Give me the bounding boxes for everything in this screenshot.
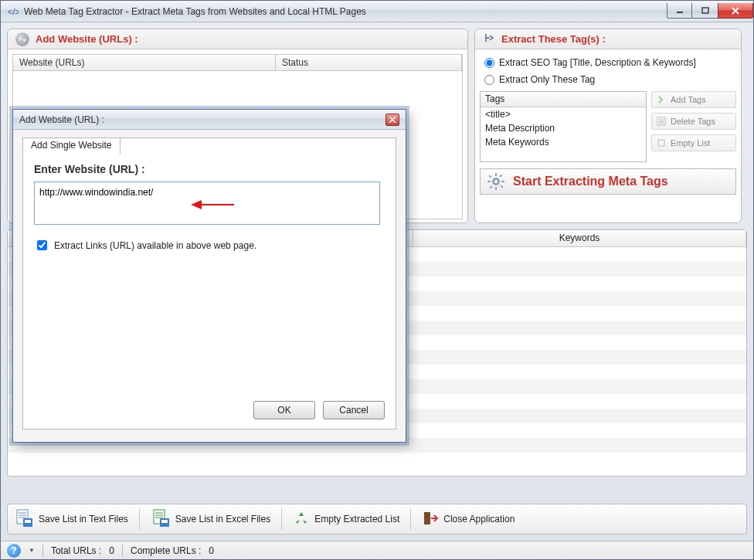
titlebar: </> Web Meta Tag Extractor - Extract Met… — [1, 1, 753, 22]
radio-only-tag[interactable]: Extract Only These Tag — [480, 71, 736, 88]
add-tags-button[interactable]: Add Tags — [651, 91, 736, 108]
link-icon — [15, 32, 29, 46]
save-excel-icon — [151, 508, 171, 531]
empty-extracted-button[interactable]: Empty Extracted List — [293, 510, 399, 529]
close-app-label: Close Application — [443, 514, 515, 524]
save-text-label: Save List in Text Files — [39, 514, 128, 524]
results-col-keywords[interactable]: Keywords — [413, 230, 746, 246]
status-total-label: Total URLs : — [51, 545, 101, 556]
enter-url-label: Enter Website (URL) : — [34, 163, 385, 175]
window-title: Web Meta Tag Extractor - Extract Meta Ta… — [24, 6, 366, 17]
maximize-button[interactable] — [692, 3, 718, 19]
empty-list-button[interactable]: Empty List — [651, 134, 736, 151]
dialog-close-button[interactable] — [385, 114, 399, 126]
dialog-titlebar[interactable]: Add Website (URL) : — [13, 110, 406, 130]
svg-rect-17 — [25, 520, 31, 523]
svg-rect-12 — [500, 185, 503, 188]
ok-button[interactable]: OK — [253, 401, 315, 419]
start-extracting-button[interactable]: Start Extracting Meta Tags — [480, 168, 736, 195]
extract-links-checkbox[interactable]: Extract Links (URL) available in above w… — [34, 238, 385, 253]
status-bar: ? ▼ Total URLs : 0 Complete URLs : 0 — [1, 541, 753, 559]
add-icon — [657, 95, 666, 104]
empty-list-label: Empty List — [671, 138, 710, 148]
tab-add-single-website[interactable]: Add Single Website — [22, 137, 121, 154]
delete-icon — [657, 117, 666, 126]
svg-rect-11 — [488, 175, 491, 178]
panel-extract-tags: Extract These Tag(s) : Extract SEO Tag [… — [474, 29, 742, 223]
panel-add-urls-title: Add Website (URLs) : — [36, 33, 138, 45]
delete-tags-button[interactable]: Delete Tags — [651, 113, 736, 130]
tags-list[interactable]: Tags <title> Meta Description Meta Keywo… — [480, 91, 647, 162]
status-total-value: 0 — [109, 545, 114, 556]
add-website-dialog: Add Website (URL) : Add Single Website E… — [12, 109, 406, 443]
start-extracting-label: Start Extracting Meta Tags — [513, 175, 668, 188]
extract-links-label: Extract Links (URL) available in above w… — [54, 240, 256, 251]
status-complete-value: 0 — [209, 545, 214, 556]
radio-seo-tag-input[interactable] — [484, 58, 494, 68]
save-text-button[interactable]: Save List in Text Files — [14, 508, 128, 531]
svg-rect-8 — [495, 187, 497, 190]
dialog-title: Add Website (URL) : — [19, 114, 104, 125]
url-input[interactable] — [34, 182, 380, 225]
minimize-button[interactable] — [667, 3, 692, 19]
close-app-button[interactable]: Close Application — [422, 510, 515, 529]
svg-point-6 — [494, 180, 498, 183]
gear-icon — [487, 172, 505, 191]
radio-only-tag-input[interactable] — [484, 75, 494, 85]
save-text-icon — [14, 508, 34, 531]
svg-text:</>: </> — [8, 7, 19, 16]
exit-icon — [422, 510, 439, 529]
col-website-url[interactable]: Website (URLs) — [13, 55, 276, 70]
url-table-header: Website (URLs) Status — [12, 54, 463, 71]
help-dropdown-arrow[interactable]: ▼ — [29, 547, 35, 554]
list-item[interactable]: Meta Keywords — [481, 135, 646, 149]
save-excel-button[interactable]: Save List in Excel Files — [151, 508, 270, 531]
svg-rect-9 — [487, 181, 491, 182]
extract-icon — [483, 32, 495, 46]
toolbar: Save List in Text Files Save List in Exc… — [7, 504, 747, 535]
save-excel-label: Save List in Excel Files — [175, 514, 270, 524]
radio-only-tag-label: Extract Only These Tag — [499, 74, 595, 85]
svg-rect-7 — [495, 173, 497, 176]
empty-extracted-label: Empty Extracted List — [314, 514, 399, 524]
list-item[interactable]: <title> — [481, 107, 646, 121]
extract-links-checkbox-input[interactable] — [37, 240, 47, 250]
tags-list-header[interactable]: Tags — [481, 92, 646, 107]
cancel-button[interactable]: Cancel — [323, 401, 385, 419]
add-tags-label: Add Tags — [671, 95, 706, 104]
svg-rect-4 — [658, 140, 664, 146]
svg-rect-2 — [702, 8, 708, 13]
empty-icon — [657, 138, 666, 148]
recycle-icon — [293, 510, 310, 529]
status-complete-label: Complete URLs : — [131, 545, 201, 556]
app-window: </> Web Meta Tag Extractor - Extract Met… — [0, 0, 754, 560]
svg-rect-10 — [501, 181, 504, 182]
col-status[interactable]: Status — [276, 55, 462, 70]
panel-extract-tags-title: Extract These Tag(s) : — [501, 33, 606, 45]
list-item[interactable]: Meta Description — [481, 121, 646, 135]
svg-rect-1 — [677, 12, 683, 13]
app-icon: </> — [7, 5, 19, 18]
svg-rect-21 — [424, 512, 430, 524]
close-button[interactable] — [718, 3, 753, 19]
svg-rect-20 — [161, 520, 168, 523]
delete-tags-label: Delete Tags — [671, 117, 715, 126]
radio-seo-tag-label: Extract SEO Tag [Title, Description & Ke… — [499, 57, 696, 68]
radio-seo-tag[interactable]: Extract SEO Tag [Title, Description & Ke… — [480, 54, 736, 71]
help-icon[interactable]: ? — [7, 544, 21, 558]
svg-rect-13 — [499, 174, 502, 177]
svg-rect-14 — [489, 185, 492, 188]
